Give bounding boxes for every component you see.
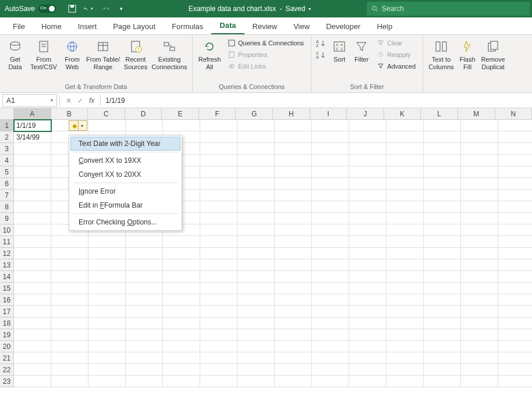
menu-convert-20xx[interactable]: Convert XX to 20XX — [70, 167, 180, 181]
cell-K20[interactable] — [386, 341, 424, 352]
cell-G18[interactable] — [237, 318, 275, 329]
cell-F17[interactable] — [200, 306, 237, 318]
cell-G11[interactable] — [237, 236, 275, 248]
cell-L3[interactable] — [424, 143, 461, 155]
cell-L23[interactable] — [424, 376, 461, 387]
dropdown-arrow-icon[interactable]: ▼ — [78, 121, 84, 130]
cell-K23[interactable] — [386, 376, 424, 387]
cell-H11[interactable] — [275, 236, 312, 248]
cell-D12[interactable] — [126, 248, 163, 259]
cell-A7[interactable] — [14, 190, 51, 201]
cell-D15[interactable] — [126, 283, 163, 294]
cell-N11[interactable] — [498, 236, 532, 248]
cell-F7[interactable] — [200, 190, 237, 201]
cell-A5[interactable] — [14, 166, 51, 178]
save-icon[interactable] — [68, 4, 77, 13]
refresh-all-button[interactable]: Refresh All — [196, 37, 223, 73]
cell-G22[interactable] — [237, 364, 275, 376]
cell-C11[interactable] — [88, 236, 126, 248]
cell-M4[interactable] — [461, 155, 498, 166]
dropdown-icon[interactable]: ▾ — [308, 6, 311, 12]
cell-A19[interactable] — [14, 329, 51, 341]
cell-M1[interactable] — [461, 120, 498, 131]
row-header-7[interactable]: 7 — [0, 190, 13, 201]
recent-sources-button[interactable]: Recent Sources — [122, 37, 149, 73]
cell-E16[interactable] — [163, 294, 200, 306]
cell-I12[interactable] — [312, 248, 349, 259]
cell-L4[interactable] — [424, 155, 461, 166]
cell-K13[interactable] — [386, 259, 424, 271]
cell-G1[interactable] — [237, 120, 275, 131]
search-box[interactable] — [367, 2, 530, 16]
row-header-21[interactable]: 21 — [0, 352, 13, 364]
text-to-columns-button[interactable]: Text to Columns — [427, 37, 456, 73]
cell-H19[interactable] — [275, 329, 312, 341]
cell-M15[interactable] — [461, 283, 498, 294]
cell-N20[interactable] — [498, 341, 532, 352]
cell-I15[interactable] — [312, 283, 349, 294]
cell-J18[interactable] — [349, 318, 386, 329]
cell-M9[interactable] — [461, 213, 498, 224]
cell-C18[interactable] — [88, 318, 126, 329]
cell-L15[interactable] — [424, 283, 461, 294]
cell-C20[interactable] — [88, 341, 126, 352]
row-header-22[interactable]: 22 — [0, 364, 13, 376]
reapply-button[interactable]: Reapply — [373, 49, 419, 60]
cell-I3[interactable] — [312, 143, 349, 155]
cell-D16[interactable] — [126, 294, 163, 306]
cell-M17[interactable] — [461, 306, 498, 318]
cell-J23[interactable] — [349, 376, 386, 387]
cell-J21[interactable] — [349, 352, 386, 364]
row-header-14[interactable]: 14 — [0, 271, 13, 283]
remove-duplicates-button[interactable]: Remove Duplicat — [479, 37, 507, 73]
cell-D18[interactable] — [126, 318, 163, 329]
cell-J2[interactable] — [349, 131, 386, 143]
cell-B22[interactable] — [51, 364, 88, 376]
col-header-H[interactable]: H — [273, 108, 310, 119]
cell-F23[interactable] — [200, 376, 237, 387]
cell-I9[interactable] — [312, 213, 349, 224]
cell-G10[interactable] — [237, 224, 275, 236]
cell-I2[interactable] — [312, 131, 349, 143]
cell-J11[interactable] — [349, 236, 386, 248]
cell-F19[interactable] — [200, 329, 237, 341]
customize-qat-icon[interactable]: ▾ — [116, 4, 126, 13]
cell-N10[interactable] — [498, 224, 532, 236]
tab-review[interactable]: Review — [244, 19, 286, 34]
cell-N16[interactable] — [498, 294, 532, 306]
cell-H10[interactable] — [275, 224, 312, 236]
cell-G2[interactable] — [237, 131, 275, 143]
cell-H18[interactable] — [275, 318, 312, 329]
cell-G6[interactable] — [237, 178, 275, 190]
cell-A11[interactable] — [14, 236, 51, 248]
clear-filter-button[interactable]: Clear — [373, 37, 419, 49]
cell-N23[interactable] — [498, 376, 532, 387]
cell-L10[interactable] — [424, 224, 461, 236]
cell-J5[interactable] — [349, 166, 386, 178]
col-header-I[interactable]: I — [310, 108, 347, 119]
cell-L18[interactable] — [424, 318, 461, 329]
cell-F15[interactable] — [200, 283, 237, 294]
cell-J15[interactable] — [349, 283, 386, 294]
row-header-19[interactable]: 19 — [0, 329, 13, 341]
error-indicator[interactable]: ◆ ▼ — [69, 120, 87, 131]
cell-N8[interactable] — [498, 201, 532, 213]
cell-H20[interactable] — [275, 341, 312, 352]
cell-H17[interactable] — [275, 306, 312, 318]
cell-L21[interactable] — [424, 352, 461, 364]
cell-B16[interactable] — [51, 294, 88, 306]
from-text-csv-button[interactable]: From Text/CSV — [28, 37, 59, 73]
cell-D20[interactable] — [126, 341, 163, 352]
cell-I5[interactable] — [312, 166, 349, 178]
col-header-B[interactable]: B — [51, 108, 88, 119]
cell-B19[interactable] — [51, 329, 88, 341]
row-header-9[interactable]: 9 — [0, 213, 13, 224]
col-header-L[interactable]: L — [421, 108, 458, 119]
col-header-G[interactable]: G — [236, 108, 273, 119]
row-header-12[interactable]: 12 — [0, 248, 13, 259]
cell-M10[interactable] — [461, 224, 498, 236]
undo-icon[interactable]: ▾ — [84, 4, 93, 13]
row-header-4[interactable]: 4 — [0, 155, 13, 166]
cell-E11[interactable] — [163, 236, 200, 248]
cell-B15[interactable] — [51, 283, 88, 294]
